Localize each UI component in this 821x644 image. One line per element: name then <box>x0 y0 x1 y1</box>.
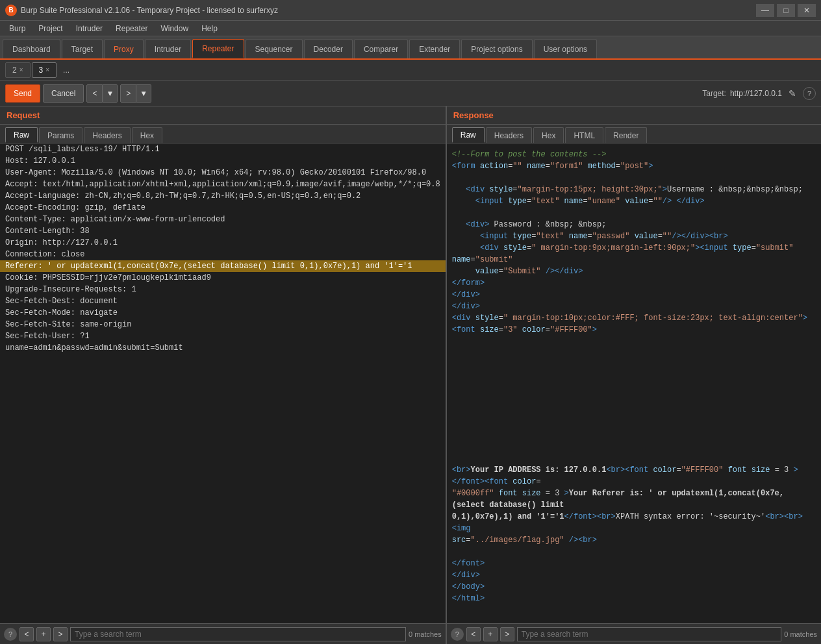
repeater-tab-tab2[interactable]: 2 × <box>5 62 31 78</box>
title-text: Burp Suite Professional v2.1.06 - Tempor… <box>21 6 278 15</box>
menu-item-repeater[interactable]: Repeater <box>109 21 154 36</box>
request-tab-params[interactable]: Params <box>39 127 82 143</box>
title-bar: B Burp Suite Professional v2.1.06 - Temp… <box>0 0 821 21</box>
request-search-next2[interactable]: > <box>53 627 68 641</box>
repeater-tabs: 2 ×3 ×... <box>0 60 821 80</box>
target-label: Target: <box>702 89 726 98</box>
menu-item-help[interactable]: Help <box>195 21 224 36</box>
main-tab-project-options[interactable]: Project options <box>461 39 532 58</box>
response-panel: Response Raw Headers Hex HTML Render <!-… <box>447 106 821 644</box>
response-tab-raw[interactable]: Raw <box>452 127 485 143</box>
request-search-next[interactable]: + <box>36 627 51 641</box>
request-tab-hex[interactable]: Hex <box>132 127 162 143</box>
request-line: Sec-Fetch-Mode: navigate <box>0 307 446 319</box>
next-button[interactable]: > <box>120 84 136 103</box>
request-search-count: 0 matches <box>409 630 442 638</box>
main-tab-target[interactable]: Target <box>62 39 103 58</box>
repeater-tab-tab3[interactable]: 3 × <box>32 62 57 78</box>
next-dropdown-button[interactable]: ▼ <box>136 84 151 103</box>
minimize-button[interactable]: — <box>756 4 774 17</box>
response-search-prev[interactable]: < <box>466 627 481 641</box>
main-tab-intruder[interactable]: Intruder <box>145 39 191 58</box>
response-search-count: 0 matches <box>784 630 817 638</box>
response-tab-headers[interactable]: Headers <box>486 127 532 143</box>
request-line: Accept-Language: zh-CN,zh;q=0.8,zh-TW;q=… <box>0 190 446 202</box>
menu-item-project[interactable]: Project <box>32 21 69 36</box>
main-tab-dashboard[interactable]: Dashboard <box>3 39 60 58</box>
request-tab-bar: Raw Params Headers Hex <box>0 125 446 143</box>
response-search-help[interactable]: ? <box>451 628 464 641</box>
request-search-help[interactable]: ? <box>4 628 17 641</box>
menu-item-window[interactable]: Window <box>154 21 195 36</box>
request-line: Connection: close <box>0 249 446 260</box>
request-tab-headers[interactable]: Headers <box>84 127 130 143</box>
repeater-tab-more[interactable]: ... <box>58 63 75 77</box>
menu-item-intruder[interactable]: Intruder <box>69 21 109 36</box>
request-line: Origin: http://127.0.0.1 <box>0 237 446 249</box>
title-bar-left: B Burp Suite Professional v2.1.06 - Temp… <box>5 5 278 16</box>
request-tab-raw[interactable]: Raw <box>5 127 38 143</box>
main-tab-sequencer[interactable]: Sequencer <box>246 39 303 58</box>
main-tab-proxy[interactable]: Proxy <box>104 39 144 58</box>
target-info: Target: http://127.0.0.1 ✎ ? <box>702 87 816 100</box>
request-content[interactable]: POST /sqli_labs/Less-19/ HTTP/1.1Host: 1… <box>0 143 446 623</box>
menu-item-burp[interactable]: Burp <box>3 21 32 36</box>
request-line: Cookie: PHPSESSID=rjjv2e7pmlougkeplk1mti… <box>0 272 446 284</box>
response-tab-hex[interactable]: Hex <box>533 127 564 143</box>
toolbar: Send Cancel < ▼ > ▼ Target: http://127.0… <box>0 80 821 106</box>
request-line: Referer: ' or updatexml(1,concat(0x7e,(s… <box>0 260 446 272</box>
target-url: http://127.0.0.1 <box>730 89 782 98</box>
request-line: Accept-Encoding: gzip, deflate <box>0 202 446 214</box>
request-line: Content-Type: application/x-www-form-url… <box>0 214 446 225</box>
main-tab-extender[interactable]: Extender <box>409 39 460 58</box>
request-search-prev[interactable]: < <box>19 627 34 641</box>
close-button[interactable]: ✕ <box>798 4 816 17</box>
next-nav-group: > ▼ <box>120 84 151 103</box>
prev-button[interactable]: < <box>86 84 103 103</box>
edit-target-button[interactable]: ✎ <box>786 87 799 100</box>
request-line: User-Agent: Mozilla/5.0 (Windows NT 10.0… <box>0 167 446 179</box>
request-line: POST /sqli_labs/Less-19/ HTTP/1.1 <box>0 143 446 155</box>
request-panel: Request Raw Params Headers Hex POST /sql… <box>0 106 447 644</box>
response-tab-render[interactable]: Render <box>605 127 647 143</box>
response-search-next2[interactable]: > <box>500 627 514 641</box>
app-icon: B <box>5 5 17 16</box>
request-line: Sec-Fetch-Site: same-origin <box>0 319 446 330</box>
request-line: uname=admin&passwd=admin&submit=Submit <box>0 342 446 354</box>
request-line: Accept: text/html,application/xhtml+xml,… <box>0 179 446 190</box>
response-search-bar: ? < + > 0 matches <box>447 623 821 644</box>
request-line: Host: 127.0.0.1 <box>0 155 446 167</box>
request-line: Upgrade-Insecure-Requests: 1 <box>0 284 446 295</box>
response-search-next[interactable]: + <box>483 627 498 641</box>
main-content: Request Raw Params Headers Hex POST /sql… <box>0 106 821 644</box>
main-tab-comparer[interactable]: Comparer <box>354 39 408 58</box>
main-tab-user-options[interactable]: User options <box>534 39 597 58</box>
request-line: Sec-Fetch-User: ?1 <box>0 330 446 342</box>
response-search-input[interactable] <box>517 627 782 641</box>
cancel-button[interactable]: Cancel <box>43 84 84 103</box>
response-content[interactable]: <!--Form to post the contents --> <form … <box>447 143 821 623</box>
request-search-bar: ? < + > 0 matches <box>0 623 446 644</box>
maximize-button[interactable]: □ <box>777 4 795 17</box>
response-html-content: <!--Form to post the contents --> <form … <box>447 146 821 607</box>
menu-bar: BurpProjectIntruderRepeaterWindowHelp <box>0 21 821 36</box>
prev-nav-group: < ▼ <box>86 84 118 103</box>
help-button[interactable]: ? <box>803 87 816 100</box>
send-button[interactable]: Send <box>5 84 40 103</box>
response-tab-html[interactable]: HTML <box>565 127 603 143</box>
request-panel-header: Request <box>0 106 446 125</box>
main-tab-bar: DashboardTargetProxyIntruderRepeaterSequ… <box>0 36 821 60</box>
window-controls: — □ ✕ <box>756 4 816 17</box>
main-tab-decoder[interactable]: Decoder <box>304 39 353 58</box>
prev-dropdown-button[interactable]: ▼ <box>103 84 118 103</box>
request-search-input[interactable] <box>70 627 406 641</box>
request-line: Content-Length: 38 <box>0 225 446 237</box>
main-tab-repeater[interactable]: Repeater <box>192 39 244 58</box>
response-tab-bar: Raw Headers Hex HTML Render <box>447 125 821 143</box>
response-panel-header: Response <box>447 106 821 125</box>
request-line: Sec-Fetch-Dest: document <box>0 295 446 307</box>
